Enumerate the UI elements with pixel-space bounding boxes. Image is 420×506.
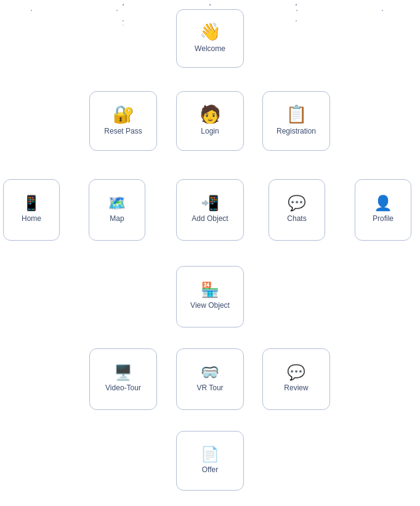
- offer-node[interactable]: 📄 Offer: [176, 431, 244, 491]
- view-object-node[interactable]: 🏪 View Object: [176, 266, 244, 327]
- chats-node[interactable]: 💬 Chats: [269, 179, 325, 241]
- diagram-container: 👋 Welcome 🔐 Reset Pass 🧑 Login 📋 Registr…: [0, 0, 420, 31]
- add-object-label: Add Object: [192, 214, 228, 224]
- video-tour-icon: 🖥️: [114, 365, 132, 380]
- add-object-icon: 📲: [201, 196, 219, 211]
- login-icon: 🧑: [200, 106, 221, 123]
- welcome-icon: 👋: [200, 23, 221, 41]
- reset-icon: 🔐: [113, 106, 134, 123]
- home-icon: 📱: [22, 196, 41, 211]
- view-object-icon: 🏪: [201, 283, 219, 297]
- login-label: Login: [201, 127, 219, 137]
- profile-label: Profile: [373, 214, 394, 224]
- review-node[interactable]: 💬 Review: [262, 348, 330, 410]
- map-icon: 🗺️: [108, 196, 126, 211]
- review-icon: 💬: [287, 365, 305, 380]
- add-object-node[interactable]: 📲 Add Object: [176, 179, 244, 241]
- map-label: Map: [110, 214, 124, 224]
- registration-node[interactable]: 📋 Registration: [262, 91, 330, 151]
- view-object-label: View Object: [190, 301, 230, 311]
- home-node[interactable]: 📱 Home: [3, 179, 60, 241]
- welcome-node[interactable]: 👋 Welcome: [176, 9, 244, 68]
- chats-icon: 💬: [288, 196, 306, 211]
- chats-label: Chats: [287, 214, 306, 224]
- map-node[interactable]: 🗺️ Map: [89, 179, 145, 241]
- reset-pass-label: Reset Pass: [104, 127, 142, 137]
- home-label: Home: [22, 214, 41, 224]
- reset-pass-node[interactable]: 🔐 Reset Pass: [89, 91, 157, 151]
- vr-tour-node[interactable]: 🥽 VR Tour: [176, 348, 244, 410]
- profile-node[interactable]: 👤 Profile: [355, 179, 411, 241]
- video-tour-label: Video-Tour: [105, 384, 141, 393]
- registration-label: Registration: [277, 127, 316, 137]
- review-label: Review: [284, 384, 308, 393]
- welcome-label: Welcome: [195, 44, 225, 54]
- video-tour-node[interactable]: 🖥️ Video-Tour: [89, 348, 157, 410]
- registration-icon: 📋: [286, 106, 307, 123]
- login-node[interactable]: 🧑 Login: [176, 91, 244, 151]
- offer-icon: 📄: [201, 447, 219, 462]
- vr-tour-icon: 🥽: [201, 365, 219, 380]
- profile-icon: 👤: [374, 196, 392, 211]
- vr-tour-label: VR Tour: [196, 384, 223, 393]
- offer-label: Offer: [202, 465, 218, 475]
